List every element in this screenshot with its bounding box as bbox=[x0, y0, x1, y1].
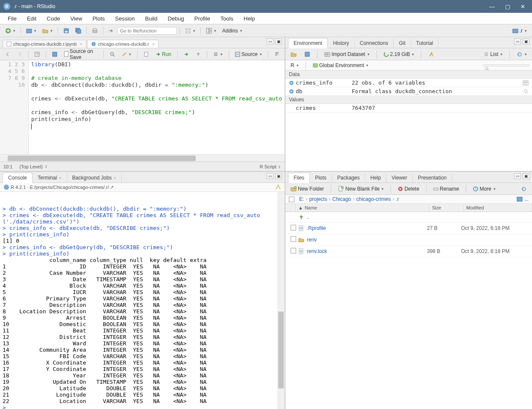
env-search-input[interactable] bbox=[482, 65, 529, 66]
source-tab-1[interactable]: chicago-crimes-duckdb.r × bbox=[87, 40, 159, 48]
close-icon[interactable]: × bbox=[152, 41, 155, 47]
find-button[interactable] bbox=[107, 50, 118, 58]
document-outline-button[interactable] bbox=[272, 50, 282, 58]
search-icon[interactable] bbox=[523, 89, 532, 94]
pane-maximize-button[interactable]: ▣ bbox=[275, 38, 282, 44]
menu-file[interactable]: File bbox=[3, 14, 21, 24]
new-file-button[interactable]: ▾ bbox=[3, 26, 18, 35]
col-name[interactable]: ▲ Name bbox=[296, 204, 429, 212]
tab-viewer[interactable]: Viewer bbox=[386, 173, 412, 182]
refresh-env-button[interactable]: ▾ bbox=[514, 50, 529, 59]
tab-environment[interactable]: Environment bbox=[288, 38, 328, 48]
file-row[interactable]: .Rprofile 27 B Oct 9, 2022, 6:18 PM bbox=[285, 223, 532, 234]
menu-build[interactable]: Build bbox=[141, 14, 162, 24]
breadcrumb-seg[interactable]: projects bbox=[309, 196, 327, 202]
menu-debug[interactable]: Debug bbox=[163, 14, 188, 24]
nav-forward-button[interactable] bbox=[15, 50, 25, 58]
source-on-save-checkbox[interactable]: Source on Save bbox=[62, 47, 100, 62]
rerun-button[interactable] bbox=[181, 50, 191, 58]
memory-indicator[interactable]: 2.19 GiB▾ bbox=[381, 50, 417, 59]
file-checkbox[interactable] bbox=[291, 248, 296, 253]
expand-icon[interactable] bbox=[289, 89, 294, 94]
col-modified[interactable]: Modified bbox=[464, 204, 532, 212]
save-button[interactable] bbox=[61, 26, 72, 35]
tab-connections[interactable]: Connections bbox=[355, 38, 394, 48]
save-all-button[interactable] bbox=[73, 26, 84, 35]
env-scope-selector[interactable]: Global Environment▾ bbox=[310, 61, 371, 70]
close-icon[interactable]: × bbox=[80, 41, 82, 47]
show-in-new-window-button[interactable] bbox=[32, 50, 42, 58]
goto-button[interactable] bbox=[106, 27, 116, 35]
minimize-button[interactable]: — bbox=[489, 3, 495, 10]
clear-console-button[interactable] bbox=[275, 184, 281, 190]
tools-grid-button[interactable]: ▾ bbox=[182, 26, 198, 35]
r-project-icon[interactable] bbox=[517, 196, 523, 202]
panes-button[interactable]: ▾ bbox=[203, 26, 219, 35]
breadcrumb-seg[interactable]: Chicago bbox=[332, 196, 351, 202]
maximize-button[interactable]: ▢ bbox=[505, 3, 510, 10]
editor-content[interactable]: library(DBI) # create in-memory database… bbox=[29, 60, 285, 154]
language-selector[interactable]: R▾ bbox=[288, 61, 301, 70]
pane-maximize-button[interactable]: ▣ bbox=[523, 38, 529, 44]
tab-history[interactable]: History bbox=[328, 38, 354, 48]
save-source-button[interactable] bbox=[50, 50, 60, 58]
import-dataset-button[interactable]: Import Dataset▾ bbox=[322, 50, 372, 59]
load-workspace-button[interactable] bbox=[288, 50, 299, 59]
wd-popup-icon[interactable]: ↗ bbox=[110, 185, 114, 190]
refresh-files-button[interactable] bbox=[518, 185, 529, 193]
code-editor[interactable]: 1 2 3 4 5 6 7 8 9 10 library(DBI) # crea… bbox=[0, 60, 285, 154]
select-all-checkbox[interactable] bbox=[289, 197, 294, 202]
project-menu[interactable]: .r▾ bbox=[510, 26, 529, 35]
menu-tools[interactable]: Tools bbox=[216, 14, 238, 24]
env-row[interactable]: db Formal class duckdb_connection bbox=[285, 87, 532, 96]
expand-icon[interactable] bbox=[289, 80, 294, 85]
pane-maximize-button[interactable]: ▣ bbox=[275, 173, 282, 179]
tab-presentation[interactable]: Presentation bbox=[413, 173, 452, 182]
file-checkbox[interactable] bbox=[291, 236, 296, 242]
pane-minimize-button[interactable]: ▭ bbox=[267, 38, 273, 44]
wand-button[interactable]: ▾ bbox=[119, 50, 134, 58]
file-row[interactable]: renv bbox=[285, 234, 532, 246]
run-button[interactable]: Run bbox=[153, 50, 174, 59]
menu-edit[interactable]: Edit bbox=[23, 14, 41, 24]
print-button[interactable] bbox=[89, 26, 100, 35]
more-path-button[interactable]: ... bbox=[524, 196, 529, 202]
breadcrumb-seg[interactable]: chicago-crimes bbox=[356, 196, 391, 202]
menu-view[interactable]: View bbox=[66, 14, 86, 24]
file-type-selector[interactable]: R Script ⇕ bbox=[260, 164, 281, 169]
tab-terminal[interactable]: Terminal× bbox=[32, 173, 67, 182]
pane-minimize-button[interactable]: ▭ bbox=[514, 173, 521, 179]
delete-button[interactable]: Delete bbox=[395, 185, 422, 193]
tab-help[interactable]: Help bbox=[365, 173, 387, 182]
breadcrumb-seg[interactable]: .r bbox=[396, 196, 399, 202]
col-size[interactable]: Size bbox=[429, 204, 464, 212]
console-vscrollbar[interactable] bbox=[277, 192, 285, 409]
save-workspace-button[interactable] bbox=[302, 50, 313, 59]
editor-hscrollbar[interactable] bbox=[0, 154, 285, 162]
file-checkbox[interactable] bbox=[291, 225, 296, 230]
tab-files[interactable]: Files bbox=[288, 173, 310, 183]
console-output[interactable]: > db <- dbConnect(duckdb::duckdb(), dbdi… bbox=[0, 192, 285, 409]
pane-minimize-button[interactable]: ▭ bbox=[514, 38, 521, 44]
scope-selector[interactable]: (Top Level) ⇕ bbox=[19, 164, 47, 169]
open-file-button[interactable]: ▾ bbox=[40, 26, 55, 35]
table-icon[interactable] bbox=[523, 80, 532, 85]
env-row[interactable]: crimes_info 22 obs. of 6 variables bbox=[285, 79, 532, 87]
menu-profile[interactable]: Profile bbox=[190, 14, 215, 24]
tab-tutorial[interactable]: Tutorial bbox=[411, 38, 439, 48]
more-button[interactable]: More▾ bbox=[470, 185, 498, 193]
view-mode-button[interactable]: List▾ bbox=[481, 50, 505, 59]
nav-back-button[interactable] bbox=[3, 50, 13, 58]
menu-session[interactable]: Session bbox=[111, 14, 139, 24]
env-row[interactable]: crimes 7643707 bbox=[285, 104, 532, 112]
pane-maximize-button[interactable]: ▣ bbox=[523, 173, 529, 179]
file-row[interactable]: renv.lock 398 B Oct 9, 2022, 6:18 PM bbox=[285, 246, 532, 257]
tab-packages[interactable]: Packages bbox=[332, 173, 365, 182]
menu-help[interactable]: Help bbox=[239, 14, 259, 24]
tab-plots[interactable]: Plots bbox=[310, 173, 332, 182]
tab-background-jobs[interactable]: Background Jobs× bbox=[67, 173, 122, 182]
source-dropdown-button[interactable]: Source▾ bbox=[232, 50, 265, 59]
outline-button[interactable]: ▾ bbox=[211, 50, 225, 58]
go-to-section-button[interactable] bbox=[193, 50, 203, 58]
tab-git[interactable]: Git bbox=[394, 38, 411, 48]
